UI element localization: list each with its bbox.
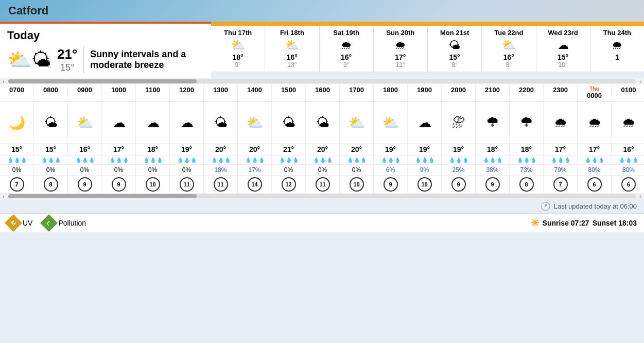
- hour-icon-3: ☁: [102, 102, 136, 143]
- forecast-day-name: Thu 17th: [213, 29, 263, 37]
- sunrise-text: Sunrise 07:27: [543, 219, 589, 227]
- hour-wind-18: 6: [612, 176, 644, 193]
- hour-icon-11: ⛅: [374, 102, 408, 143]
- hour-rain-pct-3: 0%: [102, 165, 136, 175]
- hour-rain-pct-4: 0%: [136, 165, 170, 175]
- hour-icon-6: 🌤: [204, 102, 238, 143]
- hour-icon-0: 🌙: [0, 102, 34, 143]
- hour-rain-icon-9: 💧💧💧: [306, 156, 340, 164]
- hour-rain-icon-1: 💧💧💧: [34, 156, 68, 164]
- hour-wind-16: 7: [544, 176, 578, 193]
- hour-icon-18: 🌧: [612, 102, 644, 143]
- forecast-day-2[interactable]: Sat 19th 🌧 16° 9°: [320, 26, 374, 72]
- hour-rain-pct-5: 0%: [170, 165, 204, 175]
- forecast-high-temp: 17°: [376, 53, 425, 61]
- hourly-section: 0700080009001000110012001300140015001600…: [0, 84, 644, 193]
- hour-rain-pct-14: 38%: [476, 165, 510, 175]
- hour-temp-18: 16°: [612, 144, 644, 155]
- hour-wind-5: 11: [170, 176, 204, 193]
- hour-rain-pct-1: 0%: [34, 165, 68, 175]
- hour-rain-icon-0: 💧💧💧: [0, 156, 34, 164]
- hour-wind-2: 9: [68, 176, 102, 193]
- pollution-label: Pollution: [58, 219, 86, 227]
- hour-label-11: 1800: [374, 84, 408, 101]
- hour-temp-8: 21°: [272, 144, 306, 155]
- hour-rain-pct-0: 0%: [0, 165, 34, 175]
- forecast-day-7[interactable]: Thu 24th 🌧 1: [590, 26, 644, 72]
- hour-temp-2: 16°: [68, 144, 102, 155]
- hour-wind-6: 11: [204, 176, 238, 193]
- hour-rain-pct-11: 6%: [374, 165, 408, 175]
- hour-icon-10: ⛅: [340, 102, 374, 143]
- forecast-low-temp: 8°: [484, 61, 533, 68]
- forecast-high-temp: 1: [593, 53, 642, 61]
- hour-rain-icon-13: 💧💧💧: [442, 156, 476, 164]
- hour-label-1: 0800: [34, 84, 68, 101]
- hour-wind-3: 9: [102, 176, 136, 193]
- hour-label-3: 1000: [102, 84, 136, 101]
- hour-rain-pct-8: 0%: [272, 165, 306, 175]
- hour-icon-1: 🌤: [34, 102, 68, 143]
- hour-rain-icon-18: 💧💧💧: [612, 156, 644, 164]
- hour-temp-14: 18°: [476, 144, 510, 155]
- hour-icon-2: ⛅: [68, 102, 102, 143]
- hour-label-2: 0900: [68, 84, 102, 101]
- hour-rain-icon-6: 💧💧💧: [204, 156, 238, 164]
- hour-rain-pct-15: 73%: [510, 165, 544, 175]
- hour-rain-pct-9: 0%: [306, 165, 340, 175]
- hour-rain-pct-18: 80%: [612, 165, 644, 175]
- forecast-day-name: Thu 24th: [593, 29, 642, 37]
- hour-label-4: 1100: [136, 84, 170, 101]
- forecast-high-temp: 16°: [322, 53, 371, 61]
- scroll-right-arrow-bottom[interactable]: ›: [637, 194, 644, 199]
- hour-rain-pct-16: 79%: [544, 165, 578, 175]
- hour-temp-12: 19°: [408, 144, 442, 155]
- forecast-day-1[interactable]: Fri 18th ⛅ 16° 13°: [265, 26, 319, 72]
- hour-icon-12: ☁: [408, 102, 442, 143]
- hour-wind-15: 8: [510, 176, 544, 193]
- hour-temp-17: 17°: [578, 144, 612, 155]
- hour-rain-icon-12: 💧💧💧: [408, 156, 442, 164]
- forecast-day-icon: ⛅: [484, 39, 533, 52]
- forecast-day-name: Sun 20th: [376, 29, 425, 37]
- hour-label-15: 2200: [510, 84, 544, 101]
- forecast-day-3[interactable]: Sun 20th 🌧 17° 11°: [374, 26, 428, 72]
- hour-label-5: 1200: [170, 84, 204, 101]
- hour-temp-4: 18°: [136, 144, 170, 155]
- hour-icon-4: ☁: [136, 102, 170, 143]
- hour-wind-0: 7: [0, 176, 34, 193]
- hour-icon-8: 🌤: [272, 102, 306, 143]
- forecast-day-0[interactable]: Thu 17th ⛅ 18° 9°: [211, 26, 265, 72]
- scroll-left-arrow[interactable]: ‹: [0, 79, 7, 84]
- forecast-day-5[interactable]: Tue 22nd ⛅ 16° 8°: [482, 26, 536, 72]
- hour-temp-7: 20°: [238, 144, 272, 155]
- hour-label-17: Thu0000: [578, 84, 612, 101]
- hour-wind-11: 9: [374, 176, 408, 193]
- hour-temp-3: 17°: [102, 144, 136, 155]
- forecast-high-temp: 16°: [484, 53, 533, 61]
- hour-rain-icon-4: 💧💧💧: [136, 156, 170, 164]
- hour-rain-pct-2: 0%: [68, 165, 102, 175]
- today-weather-icon: ⛅🌤: [7, 50, 51, 70]
- last-updated-text: Last updated today at 06:00: [554, 202, 637, 210]
- sunset-text: Sunset 18:03: [593, 219, 637, 227]
- forecast-day-6[interactable]: Wed 23rd ☁ 15° 10°: [536, 26, 590, 72]
- today-panel: Today ⛅🌤 21° 15° Sunny intervals and a m…: [0, 22, 211, 78]
- hour-temp-6: 20°: [204, 144, 238, 155]
- scroll-right-arrow[interactable]: ›: [637, 79, 644, 84]
- forecast-day-4[interactable]: Mon 21st 🌤 15° 8°: [428, 26, 482, 72]
- forecast-high-temp: 18°: [213, 53, 263, 61]
- hour-wind-8: 12: [272, 176, 306, 193]
- hour-wind-7: 14: [238, 176, 272, 193]
- scroll-left-arrow-bottom[interactable]: ‹: [0, 194, 7, 199]
- uv-badge-group: M UV: [7, 217, 32, 229]
- hour-label-12: 1900: [408, 84, 442, 101]
- pollution-badge: L: [40, 214, 58, 232]
- last-updated-bar: 🕐 Last updated today at 06:00: [0, 199, 644, 213]
- hour-wind-1: 8: [34, 176, 68, 193]
- forecast-day-icon: 🌧: [593, 39, 642, 52]
- forecast-day-name: Wed 23rd: [538, 29, 588, 37]
- today-label: Today: [7, 29, 204, 42]
- sunrise-sunset: ☀ Sunrise 07:27 Sunset 18:03: [530, 217, 637, 229]
- hour-wind-14: 9: [476, 176, 510, 193]
